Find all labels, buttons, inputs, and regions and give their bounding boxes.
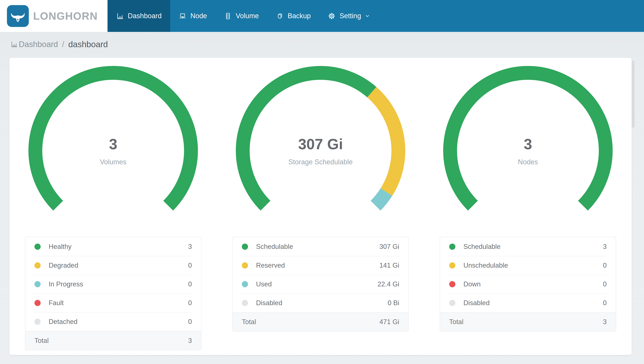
legend-value: 0 <box>603 262 607 269</box>
legend-value: 0 <box>188 318 192 326</box>
legend-value: 3 <box>188 243 192 250</box>
nav-item-backup[interactable]: Backup <box>268 0 320 32</box>
legend-label: Fault <box>49 299 64 307</box>
nodes-gauge: 3 Nodes <box>443 66 613 236</box>
status-dot <box>34 244 41 250</box>
legend-row-schedulable: Schedulable307 Gi <box>233 237 408 256</box>
total-label: Total <box>34 337 49 344</box>
longhorn-bull-icon <box>7 5 29 27</box>
volumes-gauge: 3 Volumes <box>28 66 198 236</box>
status-dot <box>242 244 248 250</box>
status-dot <box>242 262 248 268</box>
logo: LONGHORN <box>0 0 108 32</box>
legend-label: Reserved <box>256 262 285 269</box>
legend-row-disabled: Disabled0 <box>440 294 616 312</box>
status-dot <box>449 300 456 306</box>
legend-row-degraded: Degraded0 <box>25 256 201 275</box>
legend-value: 3 <box>603 243 607 250</box>
legend-row-reserved: Reserved141 Gi <box>233 256 408 275</box>
nodes-legend-table: Schedulable3Unschedulable0Down0Disabled0… <box>440 237 616 332</box>
copy-icon <box>276 12 284 20</box>
legend-label: Down <box>464 280 481 288</box>
legend-label: Unschedulable <box>464 262 508 269</box>
nodes-label: Nodes <box>518 158 538 166</box>
status-dot <box>34 281 41 287</box>
dashboard-card: 3 Volumes Healthy3Degraded0In Progress0F… <box>10 58 632 355</box>
nodes-total-row: Total 3 <box>440 312 616 331</box>
legend-label: Schedulable <box>464 243 500 250</box>
legend-label: Used <box>256 280 272 288</box>
vertical-scrollbar-thumb[interactable] <box>632 61 634 128</box>
legend-value: 0 <box>188 262 192 269</box>
legend-value: 141 Gi <box>380 262 399 269</box>
nav-item-label: Setting <box>340 12 361 20</box>
legend-value: 0 <box>188 299 192 307</box>
volumes-count: 3 <box>109 136 117 153</box>
nodes-count: 3 <box>524 136 532 153</box>
legend-label: Detached <box>49 318 78 326</box>
legend-row-in-progress: In Progress0 <box>25 275 201 294</box>
nav-item-setting[interactable]: Setting <box>319 0 379 32</box>
status-dot <box>449 244 456 250</box>
legend-row-healthy: Healthy3 <box>25 237 201 256</box>
server-icon <box>224 12 232 20</box>
total-value: 471 Gi <box>380 318 399 326</box>
bar-chart-icon <box>116 12 124 20</box>
nodes-chart-section: 3 Nodes Schedulable3Unschedulable0Down0D… <box>424 58 632 355</box>
legend-row-unschedulable: Unschedulable0 <box>440 256 616 275</box>
legend-value: 0 <box>188 280 192 288</box>
nav-item-label: Node <box>190 12 207 20</box>
legend-value: 22.4 Gi <box>378 280 399 288</box>
status-dot <box>34 319 41 325</box>
status-dot <box>449 262 456 268</box>
legend-row-fault: Fault0 <box>25 294 201 312</box>
storage-amount: 307 Gi <box>298 136 343 153</box>
bar-chart-icon <box>10 41 18 48</box>
breadcrumb-separator: / <box>62 40 64 49</box>
status-dot <box>449 281 456 287</box>
legend-label: Disabled <box>256 299 282 307</box>
status-dot <box>34 262 41 268</box>
legend-row-used: Used22.4 Gi <box>233 275 408 294</box>
legend-label: Disabled <box>464 299 490 307</box>
total-value: 3 <box>603 318 607 326</box>
breadcrumb-page: dashboard <box>68 39 108 49</box>
laptop-icon <box>179 12 186 20</box>
legend-label: In Progress <box>49 280 83 288</box>
nav-item-label: Volume <box>236 12 259 20</box>
legend-row-detached: Detached0 <box>25 312 201 331</box>
legend-row-disabled: Disabled0 Bi <box>233 294 408 312</box>
legend-value: 0 <box>603 299 607 307</box>
breadcrumb-section[interactable]: Dashboard <box>19 40 58 49</box>
nav-item-label: Dashboard <box>128 12 162 20</box>
volumes-total-row: Total 3 <box>25 331 201 350</box>
breadcrumb: Dashboard / dashboard <box>10 39 108 49</box>
storage-gauge: 307 Gi Storage Schedulable <box>236 66 405 236</box>
status-dot <box>242 300 248 306</box>
nav-item-dashboard[interactable]: Dashboard <box>108 0 170 32</box>
status-dot <box>34 300 41 306</box>
nav-item-label: Backup <box>288 12 311 20</box>
storage-legend-table: Schedulable307 GiReserved141 GiUsed22.4 … <box>232 237 409 332</box>
volumes-chart-section: 3 Volumes Healthy3Degraded0In Progress0F… <box>10 58 217 355</box>
legend-value: 307 Gi <box>380 243 399 250</box>
nav-item-node[interactable]: Node <box>170 0 216 32</box>
volumes-legend-table: Healthy3Degraded0In Progress0Fault0Detac… <box>25 237 201 350</box>
storage-chart-section: 307 Gi Storage Schedulable Schedulable30… <box>217 58 424 355</box>
gear-icon <box>328 12 336 20</box>
legend-label: Healthy <box>49 243 72 250</box>
legend-value: 0 <box>603 280 607 288</box>
chevron-down-icon <box>364 13 371 19</box>
nav-item-volume[interactable]: Volume <box>216 0 268 32</box>
legend-value: 0 Bi <box>388 299 399 307</box>
total-value: 3 <box>188 337 192 344</box>
top-nav-bar: LONGHORN DashboardNodeVolumeBackupSettin… <box>0 0 644 32</box>
storage-total-row: Total 471 Gi <box>233 312 408 331</box>
legend-label: Schedulable <box>256 243 293 250</box>
storage-label: Storage Schedulable <box>288 158 353 166</box>
legend-row-schedulable: Schedulable3 <box>440 237 616 256</box>
total-label: Total <box>449 318 464 326</box>
total-label: Total <box>242 318 256 326</box>
status-dot <box>242 281 248 287</box>
legend-row-down: Down0 <box>440 275 616 294</box>
